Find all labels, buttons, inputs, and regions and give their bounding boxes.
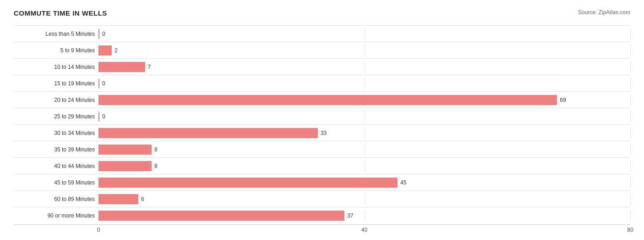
chart-source: Source: ZipAtlas.com: [578, 9, 630, 16]
bar-label: 35 to 39 Minutes: [14, 146, 98, 153]
bar-container: 2: [98, 45, 630, 56]
bar-fill: [98, 29, 99, 39]
bar-value-label: 8: [154, 146, 158, 153]
bar-fill: [98, 95, 557, 105]
bar-fill: [98, 128, 318, 138]
bar-container: 8: [98, 161, 630, 172]
bar-fill: [98, 62, 145, 72]
bar-row: Less than 5 Minutes0: [14, 25, 630, 42]
bar-label: 30 to 34 Minutes: [14, 130, 98, 136]
x-axis-label: 0: [97, 227, 100, 233]
chart-header: COMMUTE TIME IN WELLS Source: ZipAtlas.c…: [14, 9, 630, 17]
bar-fill: [98, 211, 344, 221]
bar-fill: [98, 45, 112, 56]
bar-fill: [98, 112, 99, 122]
bar-row: 25 to 29 Minutes0: [14, 108, 630, 124]
bar-row: 90 or more Minutes37: [14, 207, 630, 223]
chart-title: COMMUTE TIME IN WELLS: [14, 9, 107, 17]
bar-label: 20 to 24 Minutes: [14, 97, 98, 103]
bar-container: 45: [98, 177, 630, 188]
bar-value-label: 33: [321, 130, 327, 136]
bar-label: 15 to 19 Minutes: [14, 80, 98, 87]
x-axis-label: 80: [627, 227, 633, 233]
bar-label: 40 to 44 Minutes: [14, 163, 98, 169]
bar-label: 60 to 89 Minutes: [14, 196, 98, 202]
bar-row: 40 to 44 Minutes8: [14, 157, 630, 174]
bar-row: 5 to 9 Minutes2: [14, 42, 630, 58]
bar-value-label: 6: [141, 196, 144, 202]
bar-label: 10 to 14 Minutes: [14, 64, 98, 70]
bar-label: 5 to 9 Minutes: [14, 47, 98, 54]
bar-container: 6: [98, 194, 630, 205]
bar-label: 25 to 29 Minutes: [14, 113, 98, 120]
bar-value-label: 2: [115, 47, 118, 54]
bar-container: 33: [98, 128, 630, 139]
bar-value-label: 45: [400, 179, 406, 186]
bar-row: 15 to 19 Minutes0: [14, 75, 630, 91]
bar-value-label: 7: [148, 64, 151, 70]
bar-value-label: 69: [560, 97, 566, 103]
bar-container: 37: [98, 210, 630, 221]
chart-wrapper: COMMUTE TIME IN WELLS Source: ZipAtlas.c…: [14, 9, 630, 236]
bar-container: 0: [98, 111, 630, 122]
bar-label: 90 or more Minutes: [14, 212, 98, 219]
bar-container: 0: [98, 78, 630, 89]
bar-container: 8: [98, 144, 630, 155]
bar-value-label: 37: [347, 212, 353, 219]
bar-value-label: 8: [154, 163, 158, 169]
bar-fill: [98, 178, 398, 188]
x-axis: 04080: [14, 224, 630, 236]
bar-fill: [98, 161, 152, 171]
bar-row: 20 to 24 Minutes69: [14, 91, 630, 108]
chart-area: Less than 5 Minutes05 to 9 Minutes210 to…: [14, 25, 630, 223]
bar-row: 45 to 59 Minutes45: [14, 174, 630, 190]
bar-fill: [98, 145, 152, 155]
bar-row: 30 to 34 Minutes33: [14, 124, 630, 141]
bar-fill: [98, 194, 138, 204]
bar-container: 0: [98, 28, 630, 39]
bar-container: 7: [98, 61, 630, 73]
bar-value-label: 0: [102, 113, 105, 120]
bar-row: 60 to 89 Minutes6: [14, 190, 630, 207]
x-axis-label: 40: [361, 227, 367, 233]
bar-label: Less than 5 Minutes: [14, 31, 98, 37]
bar-row: 35 to 39 Minutes8: [14, 141, 630, 157]
bar-value-label: 0: [102, 80, 105, 87]
bar-label: 45 to 59 Minutes: [14, 179, 98, 186]
bar-container: 69: [98, 95, 630, 106]
bar-fill: [98, 78, 99, 89]
bar-row: 10 to 14 Minutes7: [14, 58, 630, 75]
bar-value-label: 0: [102, 31, 105, 37]
